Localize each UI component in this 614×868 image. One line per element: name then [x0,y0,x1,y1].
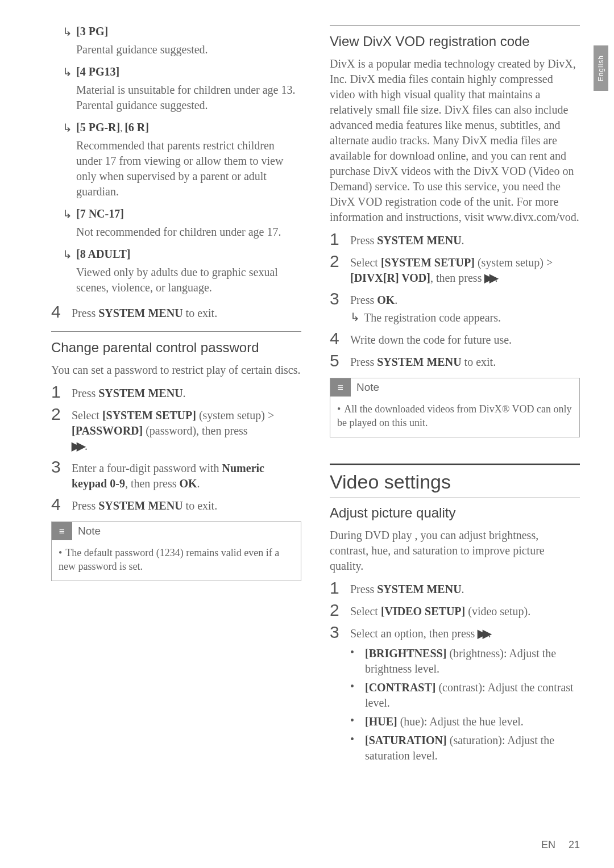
language-tab: English [594,45,608,91]
list-item: • [CONTRAST] (contrast): Adjust the cont… [350,680,580,711]
option-text: [BRIGHTNESS] (brightness): Adjust the br… [365,646,580,677]
bullet-icon: • [59,547,62,558]
step-text: Write down the code for future use. [350,330,512,348]
note-icon: ≡ [52,522,72,540]
step-number: 4 [51,303,72,320]
step-item: 5 Press SYSTEM MENU to exit. [330,352,580,370]
fast-forward-icon: ▶▶ [484,270,495,286]
rating-item: ↳ [7 NC-17] [63,207,301,221]
step-item: 1 Press SYSTEM MENU. [330,231,580,248]
fast-forward-icon: ▶▶ [478,626,488,641]
list-item: • [HUE] (hue): Adjust the hue level. [350,714,580,729]
divider [330,498,580,498]
step-number: 4 [330,330,350,347]
option-text: [CONTRAST] (contrast): Adjust the contra… [365,680,580,711]
option-list: • [BRIGHTNESS] (brightness): Adjust the … [350,646,580,763]
step-number: 3 [330,290,350,307]
section-title: Video settings [330,471,580,493]
step-text: Press SYSTEM MENU. [72,383,186,401]
language-tab-label: English [597,55,605,81]
list-item: • [SATURATION] (saturation): Adjust the … [350,733,580,763]
rating-desc: Parental guidance suggested. [76,42,301,57]
step-item: 3 Press OK. [330,290,580,308]
rating-desc: Material is unsuitable for children unde… [76,82,301,113]
subsection-title: View DivX VOD registration code [330,34,580,49]
step-item: 3 Select an option, then press ▶▶. [330,624,580,641]
bullet-icon: • [350,680,365,693]
step-item: 3 Enter a four-digit password with Numer… [51,458,301,491]
rating-item: ↳ [5 PG-R], [6 R] [63,121,301,135]
note-content: •The default password (1234) remains val… [52,540,301,581]
two-column-layout: ↳ [3 PG] Parental guidance suggested. ↳ … [51,25,580,767]
bullet-icon: • [350,646,365,659]
right-column: View DivX VOD registration code DivX is … [330,25,580,767]
bullet-icon: • [350,733,365,746]
step-text: Press SYSTEM MENU to exit. [72,496,217,514]
step-item: 4 Press SYSTEM MENU to exit. [51,303,301,321]
step-item: 2 Select [VIDEO SETUP] (video setup). [330,602,580,619]
option-text: [SATURATION] (saturation): Adjust the sa… [365,733,580,763]
step-item: 2 Select [SYSTEM SETUP] (system setup) >… [330,253,580,286]
step-number: 1 [330,231,350,248]
result-arrow-icon: ↳ [63,65,76,79]
step-number: 3 [330,624,350,641]
rating-item: ↳ [8 ADULT] [63,248,301,261]
divider [51,331,301,332]
result-arrow-icon: ↳ [63,207,76,221]
note-box: ≡ Note •All the downloaded videos from D… [330,378,580,437]
step-text: Select [SYSTEM SETUP] (system setup) > [… [350,253,580,286]
step-item: 1 Press SYSTEM MENU. [330,579,580,597]
step-number: 2 [330,602,350,619]
note-content: •All the downloaded videos from DivX® VO… [330,397,579,437]
step-text: Press SYSTEM MENU. [350,579,464,597]
step-number: 5 [330,352,350,369]
page-footer: EN 21 [541,839,580,851]
step-text: Press SYSTEM MENU to exit. [72,303,217,321]
page-number: 21 [569,839,580,850]
rating-item: ↳ [3 PG] [63,25,301,39]
note-header: ≡ Note [52,522,301,540]
result-item: ↳ The registration code appears. [350,310,580,326]
result-arrow-icon: ↳ [350,310,364,324]
list-item: • [BRIGHTNESS] (brightness): Adjust the … [350,646,580,677]
step-text: Enter a four-digit password with Numeric… [72,458,301,491]
result-text: The registration code appears. [364,310,501,326]
step-item: 1 Press SYSTEM MENU. [51,383,301,401]
subsection-title: Change parental control password [51,340,301,356]
step-text: Press SYSTEM MENU. [350,231,464,248]
step-number: 2 [51,406,72,423]
step-number: 2 [330,253,350,270]
step-item: 2 Select [SYSTEM SETUP] (system setup) >… [51,406,301,454]
rating-label: [4 PG13] [76,65,119,78]
note-label: Note [351,381,379,394]
rating-label: [7 NC-17] [76,207,124,220]
step-item: 4 Write down the code for future use. [330,330,580,348]
footer-lang: EN [541,839,555,850]
step-number: 1 [51,383,72,400]
note-box: ≡ Note •The default password (1234) rema… [51,521,301,581]
step-text: Press SYSTEM MENU to exit. [350,352,496,370]
rating-label: [5 PG-R], [6 R] [76,121,149,134]
rating-label: [3 PG] [76,25,108,38]
intro-text: You can set a password to restrict play … [51,362,301,378]
divider [330,25,580,26]
step-item: 4 Press SYSTEM MENU to exit. [51,496,301,514]
subsection-title: Adjust picture quality [330,505,580,521]
rating-desc: Recommended that parents restrict childr… [76,138,301,199]
step-number: 4 [51,496,72,513]
step-text: Press OK. [350,290,397,308]
step-number: 1 [330,579,350,596]
video-settings-section: Video settings Adjust picture quality Du… [330,464,580,763]
step-text: Select an option, then press ▶▶. [350,624,491,641]
rating-desc: Not recommended for children under age 1… [76,224,301,240]
result-arrow-icon: ↳ [63,248,76,261]
result-arrow-icon: ↳ [63,25,76,39]
note-label: Note [72,525,101,537]
note-header: ≡ Note [330,378,579,397]
rating-label: [8 ADULT] [76,248,130,261]
result-arrow-icon: ↳ [63,121,76,135]
step-text: Select [VIDEO SETUP] (video setup). [350,602,530,619]
left-column: ↳ [3 PG] Parental guidance suggested. ↳ … [51,25,301,767]
note-icon: ≡ [330,378,351,397]
rating-item: ↳ [4 PG13] [63,65,301,79]
